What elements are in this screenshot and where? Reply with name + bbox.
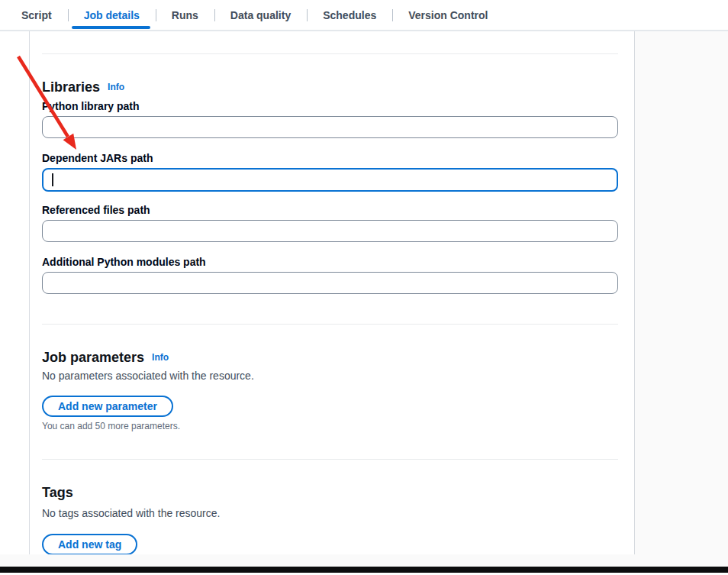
referenced-files-path-label: Referenced files path [42,202,618,218]
libraries-title: LibrariesInfo [42,78,618,96]
libraries-section: LibrariesInfo Python library path Depend… [42,78,618,294]
tags-title: Tags [42,483,618,502]
tab-version-control[interactable]: Version Control [392,0,504,30]
libraries-info-link[interactable]: Info [108,82,124,92]
dependent-jars-path-field [42,168,618,192]
section-divider [42,459,618,460]
job-parameters-section: Job parametersInfo No parameters associa… [42,348,618,432]
dependent-jars-path-label: Dependent JARs path [42,150,618,166]
dependent-jars-path-input[interactable] [42,168,618,192]
tab-job-details[interactable]: Job details [68,0,156,30]
job-parameters-title: Job parametersInfo [42,348,618,367]
job-parameters-hint-text: You can add 50 more parameters. [42,420,618,432]
job-parameters-info-link[interactable]: Info [152,352,169,363]
bottom-black-bar [0,567,728,573]
job-details-panel: LibrariesInfo Python library path Depend… [29,31,634,554]
section-divider [42,53,618,54]
tab-schedules[interactable]: Schedules [307,0,392,30]
additional-python-modules-path-input[interactable] [42,272,618,294]
tags-empty-text: No tags associated with the resource. [42,506,618,521]
tab-data-quality[interactable]: Data quality [214,0,307,30]
referenced-files-path-input[interactable] [42,220,618,242]
python-library-path-input[interactable] [42,116,618,138]
tab-script[interactable]: Script [5,0,68,30]
section-divider [42,324,618,325]
job-parameters-empty-text: No parameters associated with the resour… [42,368,618,383]
tags-section: Tags No tags associated with the resourc… [42,483,618,554]
tab-bar: Script Job details Runs Data quality Sch… [0,0,728,31]
bottom-gutter [0,554,728,567]
add-new-parameter-button[interactable]: Add new parameter [42,396,173,417]
python-library-path-label: Python library path [42,99,618,114]
add-new-tag-button[interactable]: Add new tag [42,534,137,554]
tab-runs[interactable]: Runs [156,0,214,30]
additional-python-modules-path-label: Additional Python modules path [42,254,618,270]
right-gutter [634,31,728,554]
